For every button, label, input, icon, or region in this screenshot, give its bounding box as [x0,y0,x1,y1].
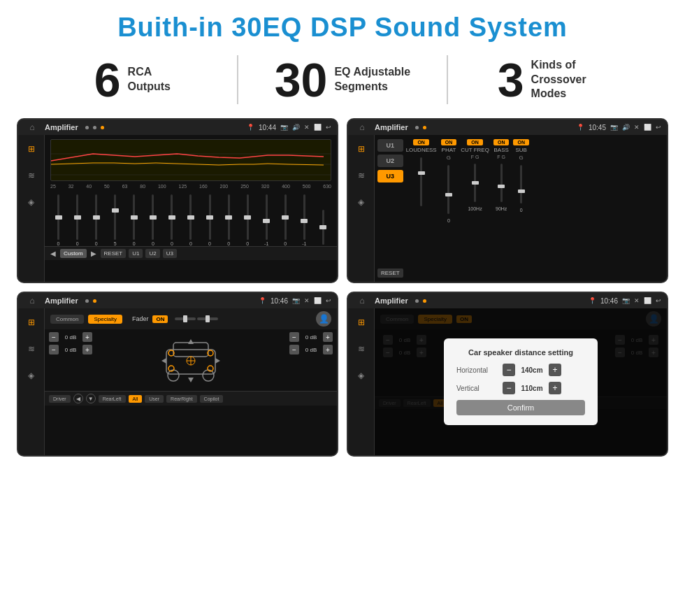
eq-slider-8[interactable]: 0 [205,194,215,246]
crossover-sidebar: ⊞ ≋ ◈ [348,135,375,282]
eq-slider-10[interactable]: 0 [243,194,252,246]
sub-slider[interactable] [520,165,522,203]
svg-point-6 [203,370,214,381]
eq-slider-5[interactable]: 0 [148,194,158,246]
horizontal-plus-btn[interactable]: + [549,364,561,376]
eq-slider-1[interactable]: 0 [73,194,82,246]
eq-slider-0[interactable]: 0 [54,194,64,246]
tab-specialty-fader[interactable]: Specialty [88,315,122,324]
phat-toggle[interactable]: ON [441,139,457,145]
copilot-btn[interactable]: Copilot [200,395,224,403]
fader-sidebar-icon-3[interactable]: ◈ [23,367,40,384]
plus-btn-3[interactable]: + [323,332,333,342]
eq-chart-svg [51,140,331,180]
prev-btn[interactable]: ◀ [50,250,56,257]
eq-slider-2[interactable]: 0 [92,194,101,246]
preset-u1[interactable]: U1 [377,139,403,152]
close-icon-f: ✕ [304,297,310,304]
pin-icon-f: 📍 [259,297,266,304]
distance-sidebar-icon-1[interactable]: ⊞ [353,314,370,331]
plus-btn-4[interactable]: + [323,345,333,354]
preset-u2[interactable]: U2 [377,155,403,167]
eq-slider-12[interactable]: 0 [280,194,290,246]
rear-left-btn[interactable]: RearLeft [99,395,126,403]
eq-slider-7[interactable]: 0 [186,194,196,246]
vertical-plus-btn[interactable]: + [549,382,561,394]
rear-right-btn[interactable]: RearRight [166,395,197,403]
minus-btn-1[interactable]: − [49,332,59,342]
vertical-value: 110cm [519,385,545,392]
eq-slider-13[interactable]: -1 [299,194,309,246]
plus-btn-1[interactable]: + [82,332,92,342]
eq-preset-custom[interactable]: Custom [60,249,87,258]
distance-sidebar: ⊞ ≋ ◈ [348,308,375,455]
loudness-slider[interactable] [420,157,422,206]
eq-reset-btn[interactable]: RESET [101,249,127,258]
all-btn[interactable]: All [129,395,143,403]
channel-bass: ON BASS FG 90Hz [493,139,510,278]
fader-sidebar-icon-2[interactable]: ≋ [23,341,40,357]
down-arrow-btn[interactable]: ▼ [86,394,96,403]
eq-slider-11[interactable]: -1 [261,194,271,246]
camera-icon-f: 📷 [292,297,300,304]
distance-main-area: Common Specialty ON 👤 −0 dB+ −0 dB+ [375,308,667,455]
loudness-toggle[interactable]: ON [413,139,429,145]
eq-sidebar-icon-1[interactable]: ⊞ [23,141,40,157]
user-btn[interactable]: User [145,395,164,403]
horizontal-minus-btn[interactable]: − [503,364,515,376]
eq-sidebar-icon-2[interactable]: ≋ [23,167,40,184]
distance-sidebar-icon-2[interactable]: ≋ [353,341,370,357]
back-icon-d: ↩ [656,297,661,304]
fader-sidebar-icon-1[interactable]: ⊞ [23,314,40,331]
fader-h-slider-2[interactable] [197,317,218,320]
next-btn[interactable]: ▶ [91,250,96,257]
vertical-label: Vertical [456,385,498,392]
crossover-sidebar-icon-3[interactable]: ◈ [353,194,370,210]
stat-label-crossover: Kinds ofCrossover Modes [531,58,608,101]
eq-slider-4[interactable]: 0 [129,194,139,246]
eq-u1-btn[interactable]: U1 [129,249,143,258]
db-value-3: 0 dB [301,334,321,341]
eq-main-area: 25 32 40 50 63 80 100 125 160 200 250 32… [45,135,337,282]
db-value-4: 0 dB [301,347,321,353]
minus-btn-2[interactable]: − [49,345,59,354]
driver-btn[interactable]: Driver [49,395,71,403]
fader-h-slider-1[interactable] [175,317,196,320]
phat-slider[interactable] [447,165,449,214]
preset-u3[interactable]: U3 [377,170,403,182]
tab-common-fader[interactable]: Common [50,315,84,324]
bass-toggle[interactable]: ON [493,139,510,145]
eq-slider-3[interactable]: 5 [110,194,120,246]
minus-btn-4[interactable]: − [289,345,299,354]
eq-slider-9[interactable]: 0 [224,194,233,246]
crossover-reset[interactable]: RESET [377,268,403,278]
eq-u2-btn[interactable]: U2 [145,249,159,258]
eq-sidebar-icon-3[interactable]: ◈ [23,194,40,210]
fader-h-sliders [175,317,218,320]
cutfreq-slider[interactable] [474,164,476,202]
camera-icon-eq: 📷 [280,124,288,131]
db-value-1: 0 dB [61,334,80,341]
db-row-4: − 0 dB + [289,345,333,354]
distance-sidebar-icon-3[interactable]: ◈ [353,367,370,384]
plus-btn-2[interactable]: + [82,345,92,354]
cutfreq-toggle[interactable]: ON [467,139,483,145]
vertical-minus-btn[interactable]: − [503,382,515,394]
eq-label-400: 400 [282,184,290,189]
fader-right-controls: − 0 dB + − 0 dB + [289,332,333,388]
sub-toggle[interactable]: ON [513,139,529,145]
left-arrow-btn[interactable]: ◀ [73,394,83,403]
sub-label: SUB [515,147,526,153]
eq-slider-6[interactable]: 0 [167,194,177,246]
bass-slider[interactable] [500,164,503,202]
stat-crossover: 3 Kinds ofCrossover Modes [462,56,643,103]
crossover-sidebar-icon-2[interactable]: ≋ [353,167,370,184]
confirm-button[interactable]: Confirm [456,400,585,415]
minus-btn-3[interactable]: − [289,332,299,342]
channel-cutfreq: ON CUT FREQ FG 100Hz [461,139,489,278]
close-icon-d: ✕ [634,297,640,304]
crossover-sidebar-icon-1[interactable]: ⊞ [353,141,370,157]
bass-label: BASS [494,147,509,153]
eq-u3-btn[interactable]: U3 [163,249,177,258]
eq-slider-14[interactable] [318,210,328,246]
